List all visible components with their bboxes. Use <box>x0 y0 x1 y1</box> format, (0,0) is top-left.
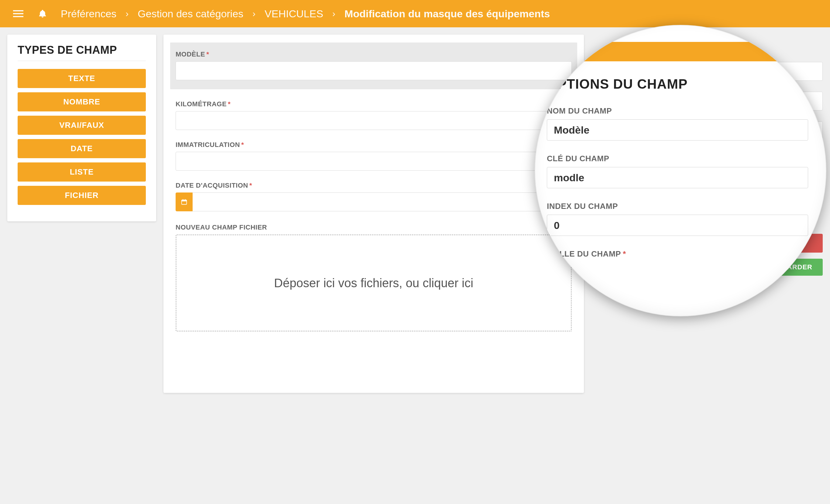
svg-rect-2 <box>13 16 23 17</box>
calendar-icon[interactable] <box>175 193 193 211</box>
opt-nom: NOM DU CHAMP <box>547 106 808 141</box>
opt-cle-label: CLÉ DU CHAMP <box>547 154 808 163</box>
field-modele[interactable]: MODÈLE* <box>170 42 577 89</box>
file-dropzone[interactable]: Déposer ici vos fichiers, ou cliquer ici <box>175 234 572 332</box>
menu-icon[interactable] <box>12 8 24 20</box>
field-fichier: NOUVEAU CHAMP FICHIER Déposer ici vos fi… <box>175 224 572 332</box>
chevron-right-icon: › <box>125 8 129 19</box>
opt-taille-label: TAILLE DU CHAMP* <box>547 249 808 259</box>
breadcrumb-categories[interactable]: Gestion des catégories <box>138 8 243 20</box>
svg-rect-5 <box>183 199 183 201</box>
label-date-acq: DATE D'ACQUISITION* <box>175 181 572 190</box>
opt-index-input[interactable] <box>547 215 808 236</box>
opt-cle: CLÉ DU CHAMP <box>547 154 808 188</box>
options-title: OPTIONS DU CHAMP <box>547 76 808 92</box>
field-immatriculation[interactable]: IMMATRICULATION* <box>175 141 572 171</box>
breadcrumb: Préférences › Gestion des catégories › V… <box>61 8 550 20</box>
opt-cle-input[interactable] <box>547 167 808 188</box>
lens-topbar-strip <box>535 42 826 61</box>
opt-index: INDEX DU CHAMP <box>547 202 808 236</box>
dropzone-text: Déposer ici vos fichiers, ou cliquer ici <box>274 276 473 290</box>
input-date-acq[interactable] <box>193 193 572 211</box>
label-immatriculation: IMMATRICULATION* <box>175 141 572 149</box>
type-texte-button[interactable]: TEXTE <box>18 69 146 88</box>
divider <box>18 61 146 61</box>
svg-rect-0 <box>13 10 23 11</box>
topbar: Préférences › Gestion des catégories › V… <box>0 0 830 27</box>
label-kilometrage: KILOMÉTRAGE* <box>175 100 572 108</box>
chevron-right-icon: › <box>252 8 256 19</box>
opt-nom-label: NOM DU CHAMP <box>547 106 808 116</box>
zoom-lens: OPTIONS DU CHAMP NOM DU CHAMP CLÉ DU CHA… <box>535 25 826 316</box>
type-fichier-button[interactable]: FICHIER <box>18 186 146 205</box>
breadcrumb-current: Modification du masque des équipements <box>345 8 550 20</box>
type-liste-button[interactable]: LISTE <box>18 162 146 181</box>
opt-index-label: INDEX DU CHAMP <box>547 202 808 211</box>
bell-icon[interactable] <box>36 8 49 20</box>
breadcrumb-vehicules[interactable]: VEHICULES <box>265 8 323 20</box>
chevron-right-icon: › <box>332 8 336 19</box>
label-fichier: NOUVEAU CHAMP FICHIER <box>175 224 572 231</box>
type-date-button[interactable]: DATE <box>18 139 146 158</box>
sidebar-types: TYPES DE CHAMP TEXTE NOMBRE VRAI/FAUX DA… <box>7 35 156 221</box>
breadcrumb-preferences[interactable]: Préférences <box>61 8 116 20</box>
input-modele[interactable] <box>175 61 572 80</box>
input-immatriculation[interactable] <box>175 152 572 171</box>
label-modele: MODÈLE* <box>175 51 572 58</box>
svg-rect-6 <box>185 199 186 201</box>
opt-taille: TAILLE DU CHAMP* <box>547 249 808 259</box>
sidebar-title: TYPES DE CHAMP <box>18 44 146 57</box>
type-vraifaux-button[interactable]: VRAI/FAUX <box>18 116 146 135</box>
field-kilometrage[interactable]: KILOMÉTRAGE* <box>175 100 572 130</box>
svg-rect-1 <box>13 13 23 14</box>
form-panel: MODÈLE* KILOMÉTRAGE* IMMATRICULATION* DA… <box>163 35 584 393</box>
svg-rect-4 <box>182 200 187 202</box>
input-kilometrage[interactable] <box>175 111 572 130</box>
field-date-acquisition[interactable]: DATE D'ACQUISITION* <box>175 181 572 211</box>
type-nombre-button[interactable]: NOMBRE <box>18 92 146 111</box>
opt-nom-input[interactable] <box>547 119 808 141</box>
